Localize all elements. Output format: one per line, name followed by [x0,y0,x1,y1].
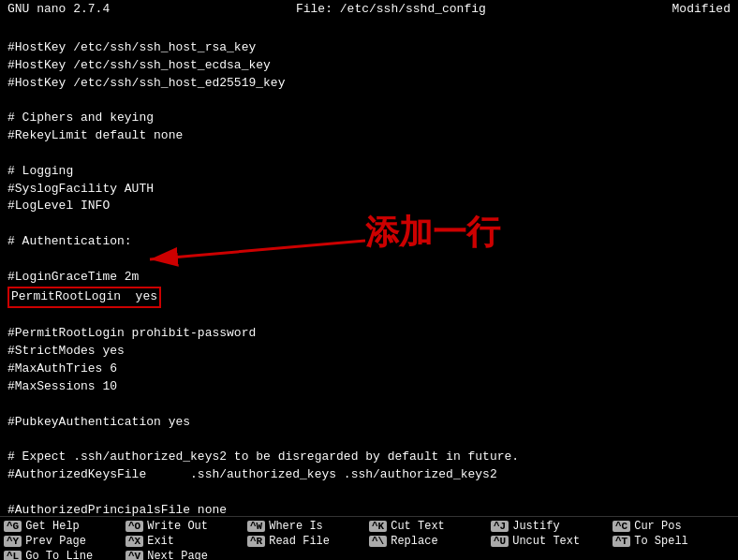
footer-key-justify: ^J [491,521,509,532]
code-line [7,484,731,502]
footer-label-exit: Exit [147,535,174,548]
footer-item-writeout[interactable]: ^O Write Out [122,519,244,534]
footer-item-prevpage[interactable]: ^Y Prev Page [0,534,122,549]
footer-item-spell[interactable]: ^T To Spell [609,534,731,549]
footer-label-help: Get Help [25,520,80,533]
footer-item-readfile[interactable]: ^R Read File [244,534,365,549]
footer-key-uncut: ^U [491,536,509,547]
code-line: #StrictModes yes [7,343,731,361]
code-line [7,308,731,326]
code-line [7,145,731,163]
code-line: #RekeyLimit default none [7,127,731,145]
footer-label-replace: Replace [391,535,437,548]
main-content: #HostKey /etc/ssh/ssh_host_rsa_key#HostK… [0,18,738,516]
footer-label-justify: Justify [512,520,559,533]
code-line: #AuthorizedKeysFile .ssh/authorized_keys… [7,466,731,484]
header-bar: GNU nano 2.7.4 File: /etc/ssh/sshd_confi… [0,0,738,18]
modified-status: Modified [672,2,731,16]
footer-label-whereis: Where Is [269,520,323,533]
footer-item-nextpage[interactable]: ^V Next Page [122,549,244,560]
code-line: #AuthorizedPrincipalsFile none [7,502,731,516]
footer-key-gotoline: ^L [4,551,22,560]
footer-key-whereis: ^W [247,521,265,532]
footer-label-writeout: Write Out [147,520,208,533]
code-line: #MaxAuthTries 6 [7,361,731,378]
code-line: #LoginGraceTime 2m [7,269,731,287]
footer-label-readfile: Read File [269,535,330,548]
footer-key-readfile: ^R [247,536,265,547]
code-line: #HostKey /etc/ssh/ssh_host_rsa_key [7,39,731,57]
code-line [7,92,731,110]
code-line: #HostKey /etc/ssh/ssh_host_ecdsa_key [7,57,731,75]
code-line: # Ciphers and keying [7,110,731,127]
code-line: #PubkeyAuthentication yes [7,414,731,432]
code-line: # Logging [7,163,731,181]
footer-key-curpos: ^C [613,521,630,532]
footer-item-exit[interactable]: ^X Exit [122,534,244,549]
footer-label-nextpage: Next Page [147,550,208,560]
footer-label-spell: To Spell [634,535,688,548]
code-line: # Expect .ssh/authorized_keys2 to be dis… [7,449,731,466]
footer-label-curpos: Cur Pos [634,520,681,533]
code-line [7,22,731,39]
footer-label-prevpage: Prev Page [25,535,86,548]
footer-item-curpos[interactable]: ^C Cur Pos [609,519,731,534]
code-editor[interactable]: #HostKey /etc/ssh/ssh_host_rsa_key#HostK… [7,22,731,516]
code-line [7,251,731,269]
footer-item-cut[interactable]: ^K Cut Text [365,519,487,534]
footer-label-cut: Cut Text [391,520,445,533]
footer-item-help[interactable]: ^G Get Help [0,519,122,534]
footer-item-whereis[interactable]: ^W Where Is [244,519,365,534]
code-line: # Authentication: [7,233,731,251]
code-line: #MaxSessions 10 [7,378,731,396]
footer-label-gotoline: Go To Line [25,550,93,560]
file-label: File: /etc/ssh/sshd_config [296,2,486,16]
footer-bar: ^G Get Help ^O Write Out ^W Where Is ^K … [0,516,738,557]
code-line: #PermitRootLogin prohibit-password [7,325,731,343]
footer-key-replace: ^\ [369,536,387,547]
footer-key-writeout: ^O [125,521,143,532]
footer-key-exit: ^X [125,536,143,547]
footer-key-prevpage: ^Y [4,536,22,547]
code-line: #HostKey /etc/ssh/ssh_host_ed25519_key [7,75,731,93]
footer-key-help: ^G [4,521,22,532]
footer-label-uncut: Uncut Text [512,535,580,548]
code-line [7,431,731,449]
code-line: #SyslogFacility AUTH [7,181,731,199]
footer-item-replace[interactable]: ^\ Replace [365,534,487,549]
code-line: PermitRootLogin yes [7,287,731,308]
footer-key-nextpage: ^V [125,551,143,560]
code-line [7,396,731,414]
highlighted-code-line: PermitRootLogin yes [7,287,161,308]
footer-key-spell: ^T [613,536,630,547]
app-name: GNU nano 2.7.4 [7,2,110,16]
footer-item-justify[interactable]: ^J Justify [487,519,609,534]
footer-item-uncut[interactable]: ^U Uncut Text [487,534,609,549]
footer-item-gotoline[interactable]: ^L Go To Line [0,549,122,560]
footer-key-cut: ^K [369,521,387,532]
code-line [7,215,731,233]
code-line: #LogLevel INFO [7,198,731,215]
